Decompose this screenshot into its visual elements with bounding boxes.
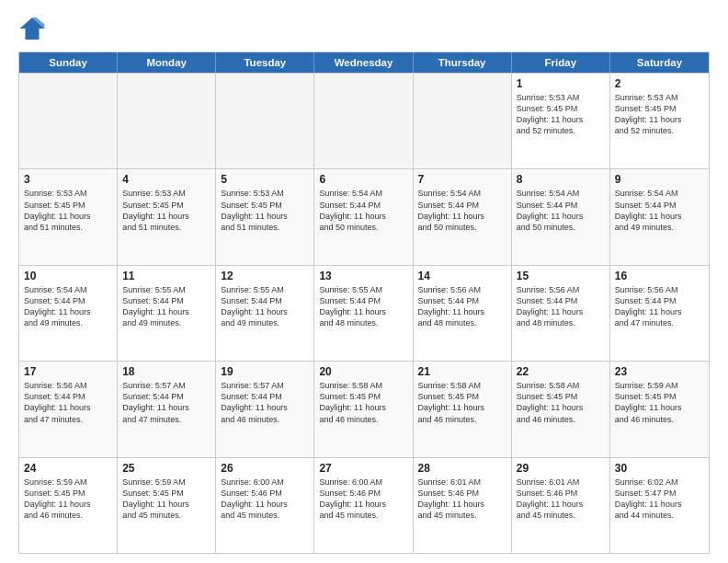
day-info: Sunrise: 5:53 AM Sunset: 5:45 PM Dayligh… [517,92,605,137]
calendar-day-empty [216,74,314,168]
calendar-day-27: 27Sunrise: 6:00 AM Sunset: 5:46 PM Dayli… [314,458,413,553]
day-number: 30 [615,462,704,475]
day-number: 14 [418,270,506,282]
logo [18,15,50,42]
calendar-day-17: 17Sunrise: 5:56 AM Sunset: 5:44 PM Dayli… [19,362,118,456]
day-number: 26 [221,462,309,475]
header-day-sunday: Sunday [19,52,118,73]
day-info: Sunrise: 5:57 AM Sunset: 5:44 PM Dayligh… [122,380,210,425]
day-info: Sunrise: 5:58 AM Sunset: 5:45 PM Dayligh… [517,380,605,425]
calendar-day-18: 18Sunrise: 5:57 AM Sunset: 5:44 PM Dayli… [118,362,216,456]
calendar-day-29: 29Sunrise: 6:01 AM Sunset: 5:46 PM Dayli… [512,458,610,553]
day-number: 8 [517,173,605,186]
calendar-day-8: 8Sunrise: 5:54 AM Sunset: 5:44 PM Daylig… [512,169,610,264]
calendar-day-28: 28Sunrise: 6:01 AM Sunset: 5:46 PM Dayli… [414,458,512,553]
calendar-day-2: 2Sunrise: 5:53 AM Sunset: 5:45 PM Daylig… [610,74,709,168]
calendar-day-30: 30Sunrise: 6:02 AM Sunset: 5:47 PM Dayli… [610,458,709,553]
day-number: 1 [517,77,605,90]
day-info: Sunrise: 5:53 AM Sunset: 5:45 PM Dayligh… [221,188,309,233]
calendar-row: 17Sunrise: 5:56 AM Sunset: 5:44 PM Dayli… [19,361,709,456]
day-number: 13 [319,270,407,282]
calendar-day-1: 1Sunrise: 5:53 AM Sunset: 5:45 PM Daylig… [512,74,610,168]
calendar-day-empty [414,74,512,168]
day-number: 25 [122,462,210,475]
calendar-day-24: 24Sunrise: 5:59 AM Sunset: 5:45 PM Dayli… [19,458,118,553]
calendar-day-empty [314,74,413,168]
day-number: 2 [615,77,704,90]
svg-marker-0 [20,17,45,40]
calendar-day-22: 22Sunrise: 5:58 AM Sunset: 5:45 PM Dayli… [512,362,610,456]
calendar-day-4: 4Sunrise: 5:53 AM Sunset: 5:45 PM Daylig… [118,169,216,264]
calendar-day-5: 5Sunrise: 5:53 AM Sunset: 5:45 PM Daylig… [216,169,314,264]
day-number: 19 [221,365,309,378]
day-number: 21 [418,365,506,378]
day-info: Sunrise: 5:55 AM Sunset: 5:44 PM Dayligh… [221,284,309,329]
day-number: 6 [319,173,407,186]
day-number: 7 [418,173,506,186]
day-info: Sunrise: 5:54 AM Sunset: 5:44 PM Dayligh… [24,284,112,329]
calendar-day-13: 13Sunrise: 5:55 AM Sunset: 5:44 PM Dayli… [314,266,413,361]
day-info: Sunrise: 5:57 AM Sunset: 5:44 PM Dayligh… [221,380,309,425]
header-day-wednesday: Wednesday [314,52,413,73]
day-info: Sunrise: 5:56 AM Sunset: 5:44 PM Dayligh… [24,380,112,425]
day-info: Sunrise: 6:01 AM Sunset: 5:46 PM Dayligh… [517,477,605,522]
calendar-day-16: 16Sunrise: 5:56 AM Sunset: 5:44 PM Dayli… [610,266,709,361]
day-number: 16 [615,270,704,282]
calendar-row: 1Sunrise: 5:53 AM Sunset: 5:45 PM Daylig… [19,73,709,168]
day-info: Sunrise: 5:59 AM Sunset: 5:45 PM Dayligh… [615,380,704,425]
day-info: Sunrise: 6:01 AM Sunset: 5:46 PM Dayligh… [418,477,506,522]
calendar-row: 3Sunrise: 5:53 AM Sunset: 5:45 PM Daylig… [19,168,709,264]
day-info: Sunrise: 5:56 AM Sunset: 5:44 PM Dayligh… [517,284,605,329]
calendar-day-empty [19,74,118,168]
header-day-thursday: Thursday [414,52,512,73]
day-number: 22 [517,365,605,378]
calendar-row: 24Sunrise: 5:59 AM Sunset: 5:45 PM Dayli… [19,457,709,553]
day-info: Sunrise: 5:55 AM Sunset: 5:44 PM Dayligh… [122,284,210,329]
day-number: 24 [24,462,112,475]
calendar-day-12: 12Sunrise: 5:55 AM Sunset: 5:44 PM Dayli… [216,266,314,361]
day-info: Sunrise: 5:55 AM Sunset: 5:44 PM Dayligh… [319,284,407,329]
day-number: 3 [24,173,112,186]
calendar-day-26: 26Sunrise: 6:00 AM Sunset: 5:46 PM Dayli… [216,458,314,553]
day-number: 4 [122,173,210,186]
logo-icon [18,15,46,42]
day-info: Sunrise: 5:53 AM Sunset: 5:45 PM Dayligh… [615,92,704,137]
day-number: 18 [122,365,210,378]
day-number: 20 [319,365,407,378]
calendar-body: 1Sunrise: 5:53 AM Sunset: 5:45 PM Daylig… [19,73,709,553]
calendar-day-11: 11Sunrise: 5:55 AM Sunset: 5:44 PM Dayli… [118,266,216,361]
header-day-saturday: Saturday [610,52,709,73]
calendar: SundayMondayTuesdayWednesdayThursdayFrid… [18,52,710,554]
header-day-friday: Friday [512,52,610,73]
calendar-day-6: 6Sunrise: 5:54 AM Sunset: 5:44 PM Daylig… [314,169,413,264]
day-info: Sunrise: 5:53 AM Sunset: 5:45 PM Dayligh… [24,188,112,233]
day-info: Sunrise: 5:56 AM Sunset: 5:44 PM Dayligh… [418,284,506,329]
calendar-day-20: 20Sunrise: 5:58 AM Sunset: 5:45 PM Dayli… [314,362,413,456]
calendar-day-9: 9Sunrise: 5:54 AM Sunset: 5:44 PM Daylig… [610,169,709,264]
calendar-day-15: 15Sunrise: 5:56 AM Sunset: 5:44 PM Dayli… [512,266,610,361]
day-number: 12 [221,270,309,282]
day-info: Sunrise: 5:59 AM Sunset: 5:45 PM Dayligh… [24,477,112,522]
calendar-day-empty [118,74,216,168]
day-info: Sunrise: 6:00 AM Sunset: 5:46 PM Dayligh… [221,477,309,522]
calendar-day-3: 3Sunrise: 5:53 AM Sunset: 5:45 PM Daylig… [19,169,118,264]
day-number: 11 [122,270,210,282]
day-number: 9 [615,173,704,186]
calendar-day-23: 23Sunrise: 5:59 AM Sunset: 5:45 PM Dayli… [610,362,709,456]
day-info: Sunrise: 5:58 AM Sunset: 5:45 PM Dayligh… [418,380,506,425]
day-number: 29 [517,462,605,475]
calendar-header: SundayMondayTuesdayWednesdayThursdayFrid… [19,52,709,73]
day-number: 17 [24,365,112,378]
day-info: Sunrise: 5:54 AM Sunset: 5:44 PM Dayligh… [517,188,605,233]
calendar-day-7: 7Sunrise: 5:54 AM Sunset: 5:44 PM Daylig… [414,169,512,264]
day-number: 28 [418,462,506,475]
day-info: Sunrise: 6:00 AM Sunset: 5:46 PM Dayligh… [319,477,407,522]
day-info: Sunrise: 5:54 AM Sunset: 5:44 PM Dayligh… [319,188,407,233]
day-number: 15 [517,270,605,282]
calendar-day-25: 25Sunrise: 5:59 AM Sunset: 5:45 PM Dayli… [118,458,216,553]
day-info: Sunrise: 5:53 AM Sunset: 5:45 PM Dayligh… [122,188,210,233]
day-number: 5 [221,173,309,186]
day-info: Sunrise: 6:02 AM Sunset: 5:47 PM Dayligh… [615,477,704,522]
day-info: Sunrise: 5:54 AM Sunset: 5:44 PM Dayligh… [615,188,704,233]
day-number: 23 [615,365,704,378]
